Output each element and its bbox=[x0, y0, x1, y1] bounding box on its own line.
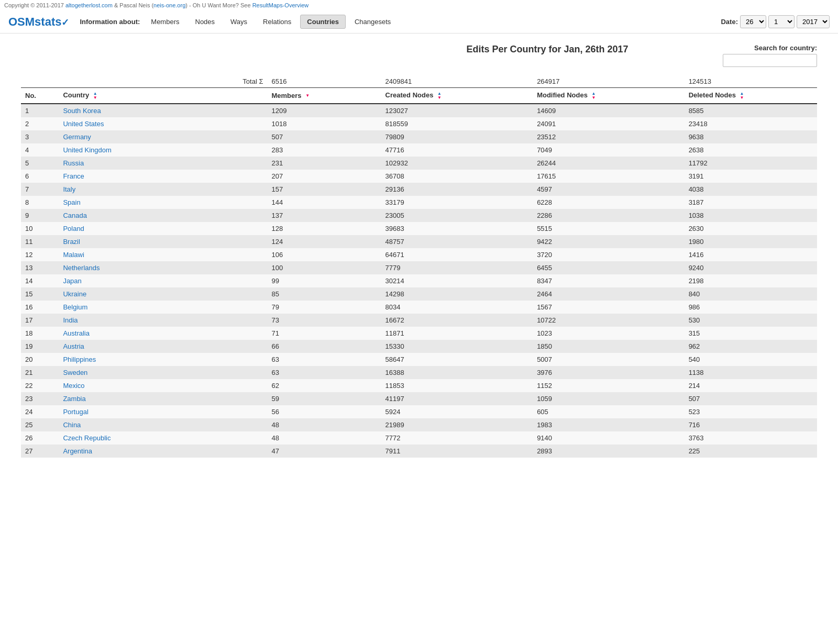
country-sort[interactable]: ▲ ▼ bbox=[93, 92, 97, 100]
col-header-deleted[interactable]: Deleted Nodes ▲ ▼ bbox=[685, 88, 817, 104]
country-link[interactable]: Sweden bbox=[63, 369, 87, 376]
table-row: 21Sweden631638839761138 bbox=[21, 366, 817, 379]
row-country: United Kingdom bbox=[59, 143, 267, 157]
col-header-created[interactable]: Created Nodes ▲ ▼ bbox=[381, 88, 533, 104]
row-no: 13 bbox=[21, 261, 59, 274]
row-members: 207 bbox=[267, 170, 381, 183]
row-no: 2 bbox=[21, 117, 59, 130]
logo-text: OSMstats bbox=[8, 15, 61, 28]
country-link[interactable]: United States bbox=[63, 120, 104, 128]
row-created: 33179 bbox=[381, 196, 533, 209]
row-no: 10 bbox=[21, 222, 59, 235]
row-country: Sweden bbox=[59, 366, 267, 379]
row-members: 62 bbox=[267, 379, 381, 392]
tab-countries[interactable]: Countries bbox=[300, 15, 346, 29]
table-row: 14Japan993021483472198 bbox=[21, 274, 817, 287]
row-modified: 24091 bbox=[533, 117, 685, 130]
country-link[interactable]: Argentina bbox=[63, 447, 92, 455]
row-no: 24 bbox=[21, 405, 59, 418]
country-link[interactable]: Australia bbox=[63, 329, 90, 337]
col-header-modified[interactable]: Modified Nodes ▲ ▼ bbox=[533, 88, 685, 104]
country-table-body: 1South Korea12091230271460985852United S… bbox=[21, 104, 817, 458]
row-deleted: 1038 bbox=[685, 209, 817, 222]
row-country: Poland bbox=[59, 222, 267, 235]
country-search-input[interactable] bbox=[723, 54, 817, 67]
country-link[interactable]: India bbox=[63, 316, 78, 324]
row-deleted: 11792 bbox=[685, 157, 817, 170]
country-link[interactable]: Poland bbox=[63, 225, 84, 232]
country-link[interactable]: Germany bbox=[63, 133, 91, 141]
row-no: 27 bbox=[21, 445, 59, 458]
country-link[interactable]: Japan bbox=[63, 277, 81, 285]
row-no: 14 bbox=[21, 274, 59, 287]
row-country: Netherlands bbox=[59, 261, 267, 274]
country-link[interactable]: Austria bbox=[63, 342, 84, 350]
tab-relations[interactable]: Relations bbox=[256, 15, 298, 29]
deleted-sort[interactable]: ▲ ▼ bbox=[740, 92, 744, 100]
country-link[interactable]: Belgium bbox=[63, 303, 87, 311]
row-no: 15 bbox=[21, 287, 59, 301]
col-header-country[interactable]: Country ▲ ▼ bbox=[59, 88, 267, 104]
row-created: 48757 bbox=[381, 235, 533, 248]
row-country: Mexico bbox=[59, 379, 267, 392]
row-created: 36708 bbox=[381, 170, 533, 183]
country-link[interactable]: Portugal bbox=[63, 408, 88, 416]
members-sort[interactable]: ▼ bbox=[305, 94, 310, 98]
country-link[interactable]: Mexico bbox=[63, 382, 84, 390]
col-header-members[interactable]: Members ▼ bbox=[267, 88, 381, 104]
country-link[interactable]: China bbox=[63, 421, 81, 429]
table-row: 11Brazil1244875794221980 bbox=[21, 235, 817, 248]
country-link[interactable]: Czech Republic bbox=[63, 434, 111, 442]
tab-members[interactable]: Members bbox=[144, 15, 186, 29]
country-link[interactable]: South Korea bbox=[63, 107, 101, 115]
country-link[interactable]: Philippines bbox=[63, 356, 96, 363]
main-nav: Members Nodes Ways Relations Countries C… bbox=[144, 15, 398, 29]
table-row: 8Spain1443317962283187 bbox=[21, 196, 817, 209]
modified-sort[interactable]: ▲ ▼ bbox=[592, 92, 596, 100]
table-row: 19Austria66153301850962 bbox=[21, 340, 817, 353]
date-day-select[interactable]: 26 bbox=[740, 15, 766, 28]
country-link[interactable]: Italy bbox=[63, 185, 75, 193]
row-deleted: 986 bbox=[685, 301, 817, 314]
country-link[interactable]: Brazil bbox=[63, 238, 80, 246]
country-link[interactable]: Canada bbox=[63, 212, 87, 219]
table-row: 2United States10188185592409123418 bbox=[21, 117, 817, 130]
row-country: Russia bbox=[59, 157, 267, 170]
country-link[interactable]: Malawi bbox=[63, 251, 84, 259]
row-country: India bbox=[59, 314, 267, 327]
table-row: 23Zambia59411971059507 bbox=[21, 392, 817, 405]
row-modified: 14609 bbox=[533, 104, 685, 117]
date-year-select[interactable]: 2017 bbox=[797, 15, 830, 28]
row-deleted: 530 bbox=[685, 314, 817, 327]
row-deleted: 225 bbox=[685, 445, 817, 458]
country-link[interactable]: Zambia bbox=[63, 395, 85, 403]
country-link[interactable]: Russia bbox=[63, 159, 84, 167]
row-members: 157 bbox=[267, 183, 381, 196]
table-container[interactable]: Total Σ 6516 2409841 264917 124513 No. C… bbox=[21, 75, 817, 458]
row-deleted: 315 bbox=[685, 327, 817, 340]
copyright-link2[interactable]: neis-one.org bbox=[153, 2, 185, 8]
row-modified: 10722 bbox=[533, 314, 685, 327]
row-deleted: 9240 bbox=[685, 261, 817, 274]
country-link[interactable]: Netherlands bbox=[63, 264, 100, 272]
tab-changesets[interactable]: Changesets bbox=[348, 15, 398, 29]
tab-ways[interactable]: Ways bbox=[224, 15, 254, 29]
table-row: 6France20736708176153191 bbox=[21, 170, 817, 183]
table-row: 10Poland1283968355152630 bbox=[21, 222, 817, 235]
row-members: 128 bbox=[267, 222, 381, 235]
tab-nodes[interactable]: Nodes bbox=[189, 15, 222, 29]
country-link[interactable]: Spain bbox=[63, 198, 80, 206]
country-link[interactable]: Ukraine bbox=[63, 290, 86, 298]
country-link[interactable]: United Kingdom bbox=[63, 146, 112, 154]
copyright-link3[interactable]: ResultMaps-Overview bbox=[252, 2, 309, 8]
row-members: 507 bbox=[267, 130, 381, 143]
created-sort[interactable]: ▲ ▼ bbox=[437, 92, 442, 100]
totals-row: Total Σ 6516 2409841 264917 124513 bbox=[21, 75, 817, 88]
row-created: 21989 bbox=[381, 418, 533, 431]
row-country: Australia bbox=[59, 327, 267, 340]
date-month-select[interactable]: 1 bbox=[768, 15, 795, 28]
row-no: 17 bbox=[21, 314, 59, 327]
row-modified: 1023 bbox=[533, 327, 685, 340]
copyright-link1[interactable]: altogetherlost.com bbox=[65, 2, 113, 8]
country-link[interactable]: France bbox=[63, 172, 84, 180]
